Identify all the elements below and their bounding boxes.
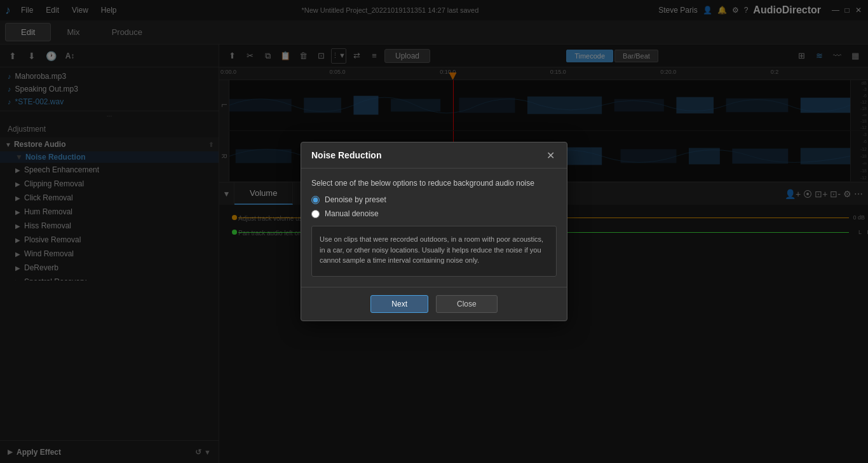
modal-close-button[interactable]: ✕ [544, 149, 557, 162]
denoise-preset-label: Denoise by preset [325, 195, 386, 204]
next-button[interactable]: Next [370, 295, 428, 313]
modal-header: Noise Reduction ✕ [301, 142, 567, 169]
manual-denoise-radio[interactable] [311, 210, 320, 218]
modal-info-text: Use on clips that were recorded outdoors… [311, 226, 557, 277]
denoise-options: Denoise by preset Manual denoise [311, 195, 557, 218]
manual-denoise-option[interactable]: Manual denoise [311, 209, 557, 218]
denoise-preset-radio[interactable] [311, 196, 320, 204]
modal-overlay: Noise Reduction ✕ Select one of the belo… [0, 0, 868, 463]
manual-denoise-label: Manual denoise [325, 209, 379, 218]
modal-body: Select one of the below options to reduc… [301, 169, 567, 287]
modal-close-footer-button[interactable]: Close [436, 295, 498, 313]
modal-description: Select one of the below options to reduc… [311, 179, 557, 188]
denoise-by-preset-option[interactable]: Denoise by preset [311, 195, 557, 204]
modal-title: Noise Reduction [311, 150, 381, 160]
noise-reduction-modal: Noise Reduction ✕ Select one of the belo… [301, 142, 567, 321]
modal-footer: Next Close [301, 287, 567, 321]
